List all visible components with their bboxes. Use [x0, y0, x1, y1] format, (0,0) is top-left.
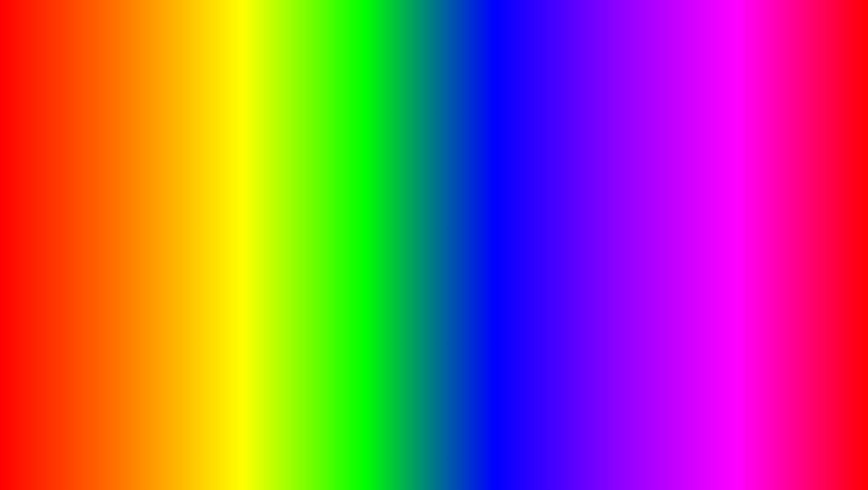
right-toolbar-icon-stats[interactable]: 📊 — [666, 281, 679, 293]
right-window-content: [ \\ Auto Raid // ] Select Raid : ▲ Sand… — [599, 159, 827, 276]
skill-f-icon — [53, 233, 60, 240]
serpent-bow-label: Auto Serpent Bow — [170, 209, 210, 214]
right-toolbar-icon-profile[interactable]: 👤 — [634, 281, 646, 293]
close-button-right[interactable]: ✕ — [815, 145, 821, 154]
option-auto-serpent-bow[interactable]: Auto Serpent Bow — [156, 205, 261, 217]
skill-c-checkbox[interactable] — [144, 210, 151, 216]
esp-devil-fruit[interactable]: Devil Fruit ESP — [716, 187, 822, 198]
right-toolbar-icon-list[interactable]: 📋 — [763, 281, 776, 293]
player-esp-label: Player ESP — [729, 178, 754, 183]
esp-player[interactable]: Player ESP — [716, 175, 822, 187]
right-toolbar-icon-eye[interactable]: 👁 — [698, 281, 711, 293]
option-use-skill-f[interactable]: Use Skill F — [49, 231, 154, 242]
left-window-controls: d ✕ — [240, 144, 259, 154]
toolbar-icon-stats[interactable]: 📊 — [108, 269, 121, 281]
health-value[interactable]: 100 — [240, 165, 256, 173]
skill-v-checkbox[interactable] — [144, 222, 151, 228]
right-window-title-group: FULL HUB BLOX FRUIT - 3RD WORLD — [604, 144, 729, 155]
esp-npc[interactable]: Npc ESP — [716, 222, 822, 233]
skill-z-icon — [53, 186, 60, 193]
right-toolbar-icon-team[interactable]: 👥 — [682, 281, 695, 293]
right-toolbar-icon-chat[interactable]: 💬 — [650, 281, 662, 293]
bottom-auto-farm: AUTO FARM — [22, 430, 270, 477]
serpent-bow-checkbox[interactable] — [251, 208, 257, 214]
option-use-skill-c[interactable]: Use Skill C — [49, 207, 154, 219]
blox-fruits-logo-text: BL◉X FRUITS — [778, 445, 841, 479]
skill-z-checkbox[interactable] — [144, 187, 151, 193]
auto-farm-obs-label: Auto Farm Observation — [170, 229, 221, 235]
skill-x-checkbox[interactable] — [144, 198, 151, 205]
option-use-skill-v[interactable]: Use Skill V — [49, 219, 154, 231]
musketer-checkbox[interactable] — [251, 196, 257, 203]
chest-esp-icon — [719, 165, 726, 173]
esp-chest[interactable]: Chest ESP — [716, 163, 822, 175]
option-use-skill-z[interactable]: Use Skill Z — [49, 184, 154, 196]
chest-esp-checkbox[interactable] — [812, 166, 819, 172]
right-toolbar-icon-user2[interactable]: 👤 — [779, 281, 792, 293]
toolbar-icon-gear[interactable]: ⚙ — [157, 269, 170, 281]
fruit-esp-label: Fruit ESP — [729, 201, 750, 207]
island-esp-icon — [719, 212, 726, 219]
toolbar-icon-list[interactable]: 📋 — [206, 269, 218, 281]
health-section: Kill Mobs At Health min ... % 100 — [49, 162, 261, 180]
raid-option-dough[interactable]: Dough — [604, 222, 709, 236]
npc-esp-icon — [719, 224, 726, 231]
auto-farm-obs-checkbox[interactable] — [251, 229, 257, 235]
option-use-skill-x[interactable]: Use Skill X — [49, 196, 154, 207]
toolbar-icon-chat[interactable]: 💬 — [92, 269, 105, 281]
skill-x-icon — [53, 198, 60, 205]
left-window: FULL HUB BLOX FRUIT - 3RD WORLD d ✕ Kill… — [45, 139, 265, 286]
right-logo-bar-1 — [604, 147, 615, 148]
logo-blox-text: BL◉X — [778, 445, 841, 462]
npc-esp-checkbox[interactable] — [812, 224, 819, 231]
health-slider[interactable] — [54, 175, 256, 178]
esp-island[interactable]: Island ESP — [716, 210, 822, 222]
right-toolbar-icon-gift[interactable]: 🎁 — [731, 281, 743, 293]
auto-farm-obs-hop-label: Auto Farm Observation Hop — [170, 241, 231, 246]
toolbar-icon-cart[interactable]: 🛒 — [189, 269, 202, 281]
right-toolbar-icon-cart[interactable]: 🛒 — [747, 281, 760, 293]
devil-fruit-esp-checkbox[interactable] — [812, 189, 819, 196]
auto-farm-obs-hop-checkbox[interactable] — [251, 241, 257, 247]
island-esp-checkbox[interactable] — [812, 213, 819, 219]
toolbar-icon-eye[interactable]: 👁 — [141, 269, 153, 281]
option-auto-musketer[interactable]: Auto Musketer — [156, 194, 261, 205]
health-label: Kill Mobs At Health min ... % — [54, 165, 116, 171]
fruit-esp-icon — [719, 200, 726, 208]
select-chevron-icon: ▲ — [701, 182, 706, 187]
skill-f-checkbox[interactable] — [144, 233, 151, 240]
esp-fruit[interactable]: Fruit ESP — [716, 198, 822, 210]
toolbar-icon-team[interactable]: 👥 — [125, 269, 137, 281]
toolbar-icon-user2[interactable]: 👤 — [222, 269, 234, 281]
buy-microchip-button[interactable]: Buy Special Microchip — [604, 241, 710, 255]
left-window-content: Kill Mobs At Health min ... % 100 — [46, 159, 264, 265]
option-auto-obs-v2[interactable]: Auto Observation V2 — [156, 249, 261, 261]
discord-icon-right[interactable]: d — [802, 144, 812, 154]
fruit-esp-checkbox[interactable] — [812, 201, 819, 207]
raid-option-bird-phoenix[interactable]: Bird: Phoenix — [604, 208, 709, 222]
toolbar-icon-profile[interactable]: 👤 — [76, 269, 89, 281]
toolbar-icon-gift[interactable]: 🎁 — [173, 269, 186, 281]
blox-fruits-logo: 💀 BL◉X FRUITS — [738, 443, 841, 481]
raid-title: [ \\ Auto Raid // ] — [604, 163, 710, 174]
right-window-logo — [604, 144, 615, 155]
start-raid-button[interactable]: Start Raid — [604, 258, 710, 272]
discord-icon-left[interactable]: d — [240, 144, 250, 154]
right-window: FULL HUB BLOX FRUIT - 3RD WORLD d ✕ [ \\… — [598, 139, 828, 298]
skill-c-label: Use Skill C — [63, 210, 87, 216]
auto-obs-v2-checkbox[interactable] — [251, 252, 257, 258]
raid-option-sand[interactable]: Sand — [604, 194, 709, 208]
left-window-logo — [51, 144, 62, 155]
chest-esp-label: Chest ESP — [729, 166, 753, 172]
right-toolbar-icon-gear[interactable]: ⚙ — [715, 281, 727, 293]
bottom-pastebin: PASTEBIN — [387, 439, 521, 468]
left-window-subtitle: BLOX FRUIT - 3RD WORLD — [113, 147, 176, 152]
option-auto-farm-obs[interactable]: Auto Farm Observation — [156, 226, 261, 238]
logo-bar-3 — [51, 151, 62, 152]
esp-col: Chest ESP Player ESP — [713, 160, 825, 275]
select-raid-row[interactable]: Select Raid : ▲ — [604, 178, 710, 190]
logo-fruits-text: FRUITS — [778, 462, 841, 479]
close-button-left[interactable]: ✕ — [253, 145, 259, 154]
player-esp-checkbox[interactable] — [812, 178, 819, 184]
option-auto-farm-obs-hop[interactable]: Auto Farm Observation Hop — [156, 238, 261, 249]
